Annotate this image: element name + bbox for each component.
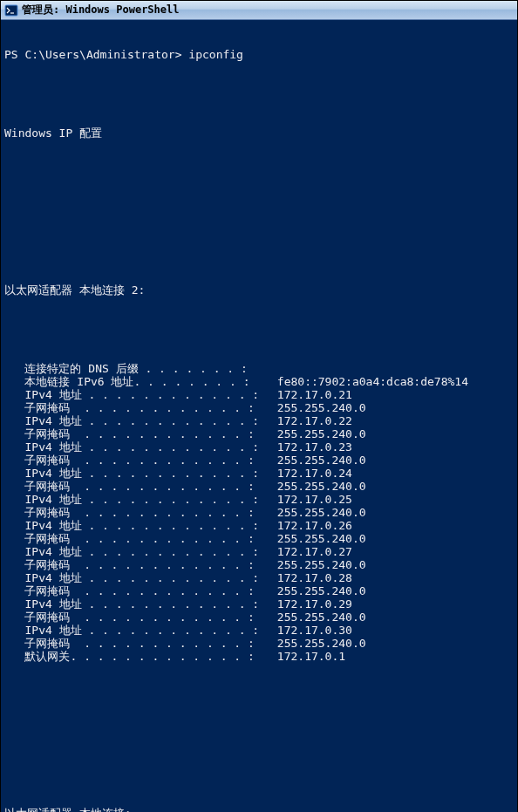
adapter-title: 以太网适配器 本地连接: [4,807,514,812]
titlebar[interactable]: 管理员: Windows PowerShell [1,1,517,20]
powershell-icon [4,3,18,17]
config-label: IPv4 地址 . . . . . . . . . . . . : [4,597,270,611]
config-label: 子网掩码 . . . . . . . . . . . . : [4,454,270,467]
config-row: 子网掩码 . . . . . . . . . . . . : 255.255.2… [4,637,514,650]
config-label: 本地链接 IPv6 地址. . . . . . . . : [4,375,270,388]
config-value: 172.17.0.23 [270,440,514,454]
config-value: 172.17.0.21 [270,388,514,401]
adapter-section-0: 以太网适配器 本地连接 2: 连接特定的 DNS 后缀 . . . . . . … [4,257,514,689]
config-label: IPv4 地址 . . . . . . . . . . . . : [4,467,270,480]
config-row: IPv4 地址 . . . . . . . . . . . . : 172.17… [4,624,514,637]
config-value: 172.17.0.28 [270,571,514,584]
config-label: 子网掩码 . . . . . . . . . . . . : [4,401,270,414]
blank-line [4,728,514,741]
ip-config-header: Windows IP 配置 [4,126,514,140]
adapter-title: 以太网适配器 本地连接 2: [4,283,514,297]
terminal-output[interactable]: PS C:\Users\Administrator> ipconfig Wind… [1,20,517,812]
config-row: 子网掩码 . . . . . . . . . . . . : 255.255.2… [4,558,514,571]
config-row: IPv4 地址 . . . . . . . . . . . . : 172.17… [4,545,514,558]
adapter-section-1: 以太网适配器 本地连接: 连接特定的 DNS 后缀 . . . . . . . … [4,781,514,812]
config-value: 172.17.0.22 [270,414,514,427]
config-value: 172.17.0.27 [270,545,514,558]
config-row: IPv4 地址 . . . . . . . . . . . . : 172.17… [4,414,514,427]
config-row: IPv4 地址 . . . . . . . . . . . . : 172.17… [4,597,514,611]
config-label: 子网掩码 . . . . . . . . . . . . : [4,637,270,650]
config-label: IPv4 地址 . . . . . . . . . . . . : [4,545,270,558]
config-row: 子网掩码 . . . . . . . . . . . . : 255.255.2… [4,480,514,493]
blank-line [4,166,514,179]
config-value: 255.255.240.0 [270,637,514,650]
config-row: 子网掩码 . . . . . . . . . . . . : 255.255.2… [4,584,514,597]
config-value: 255.255.240.0 [270,480,514,493]
config-value [270,362,514,375]
config-label: 子网掩码 . . . . . . . . . . . . : [4,558,270,571]
powershell-window: 管理员: Windows PowerShell PS C:\Users\Admi… [0,0,518,812]
prompt-line: PS C:\Users\Administrator> ipconfig [4,48,514,61]
config-row: IPv4 地址 . . . . . . . . . . . . : 172.17… [4,467,514,480]
config-row: IPv4 地址 . . . . . . . . . . . . : 172.17… [4,440,514,454]
config-value: 255.255.240.0 [270,454,514,467]
blank-line [4,87,514,100]
config-value: 255.255.240.0 [270,558,514,571]
svg-rect-0 [5,5,17,16]
config-row: IPv4 地址 . . . . . . . . . . . . : 172.17… [4,493,514,506]
config-label: IPv4 地址 . . . . . . . . . . . . : [4,440,270,454]
blank-line [4,205,514,218]
config-value: 255.255.240.0 [270,401,514,414]
config-value: fe80::7902:a0a4:dca8:de78%14 [270,375,514,388]
config-label: 子网掩码 . . . . . . . . . . . . : [4,584,270,597]
config-row: 子网掩码 . . . . . . . . . . . . : 255.255.2… [4,506,514,519]
config-label: 子网掩码 . . . . . . . . . . . . : [4,480,270,493]
blank-line [4,323,514,336]
config-value: 172.17.0.29 [270,597,514,611]
config-row: IPv4 地址 . . . . . . . . . . . . : 172.17… [4,388,514,401]
config-value: 172.17.0.1 [270,650,514,663]
config-value: 255.255.240.0 [270,532,514,545]
config-row: 本地链接 IPv6 地址. . . . . . . . : fe80::7902… [4,375,514,388]
window-title: 管理员: Windows PowerShell [22,3,180,17]
config-row: 默认网关. . . . . . . . . . . . . : 172.17.0… [4,650,514,663]
config-label: 子网掩码 . . . . . . . . . . . . : [4,506,270,519]
config-row: 子网掩码 . . . . . . . . . . . . : 255.255.2… [4,454,514,467]
config-label: 连接特定的 DNS 后缀 . . . . . . . : [4,362,270,375]
config-label: IPv4 地址 . . . . . . . . . . . . : [4,493,270,506]
config-label: IPv4 地址 . . . . . . . . . . . . : [4,414,270,427]
config-row: 子网掩码 . . . . . . . . . . . . : 255.255.2… [4,427,514,440]
config-row: 子网掩码 . . . . . . . . . . . . : 255.255.2… [4,401,514,414]
config-row: 子网掩码 . . . . . . . . . . . . : 255.255.2… [4,611,514,624]
config-row: IPv4 地址 . . . . . . . . . . . . : 172.17… [4,519,514,532]
config-row: 连接特定的 DNS 后缀 . . . . . . . : [4,362,514,375]
config-value: 172.17.0.25 [270,493,514,506]
config-label: 子网掩码 . . . . . . . . . . . . : [4,611,270,624]
config-value: 255.255.240.0 [270,506,514,519]
config-label: IPv4 地址 . . . . . . . . . . . . : [4,388,270,401]
config-row: 子网掩码 . . . . . . . . . . . . : 255.255.2… [4,532,514,545]
config-value: 255.255.240.0 [270,611,514,624]
config-label: IPv4 地址 . . . . . . . . . . . . : [4,571,270,584]
config-value: 255.255.240.0 [270,584,514,597]
config-value: 172.17.0.26 [270,519,514,532]
config-label: IPv4 地址 . . . . . . . . . . . . : [4,519,270,532]
config-label: 默认网关. . . . . . . . . . . . . : [4,650,270,663]
config-label: 子网掩码 . . . . . . . . . . . . : [4,532,270,545]
config-value: 255.255.240.0 [270,427,514,440]
config-label: IPv4 地址 . . . . . . . . . . . . : [4,624,270,637]
config-row: IPv4 地址 . . . . . . . . . . . . : 172.17… [4,571,514,584]
config-value: 172.17.0.30 [270,624,514,637]
config-label: 子网掩码 . . . . . . . . . . . . : [4,427,270,440]
config-value: 172.17.0.24 [270,467,514,480]
